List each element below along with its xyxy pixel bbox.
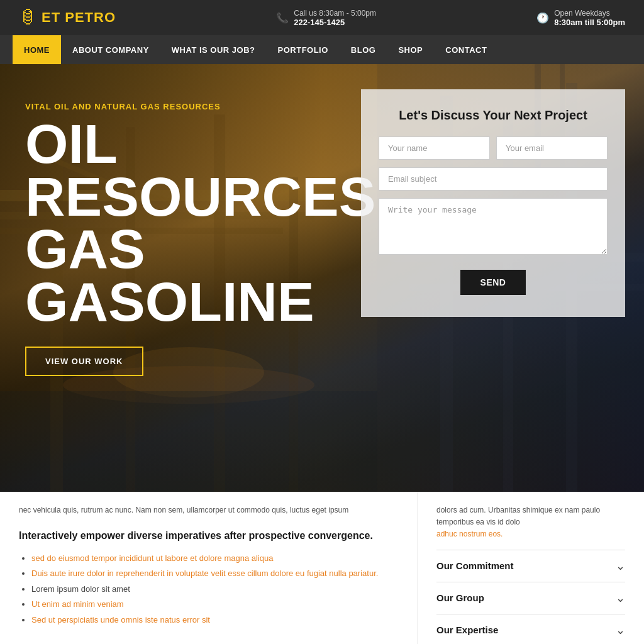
bullet-item-2: Duis aute irure dolor in reprehenderit i… <box>31 567 398 580</box>
accordion-group[interactable]: Our Group ⌄ <box>436 582 625 614</box>
top-bar: 🛢 ET PETRO 📞 Call us 8:30am - 5:00pm 222… <box>0 0 644 35</box>
bullet-list: sed do eiusmod tempor incididunt ut labo… <box>19 552 398 626</box>
partial-text-left: nec vehicula quis, rutrum ac nunc. Nam n… <box>19 504 398 516</box>
lower-section: nec vehicula quis, rutrum ac nunc. Nam n… <box>0 492 644 644</box>
accordion-label-expertise: Our Expertise <box>436 625 498 635</box>
email-input[interactable] <box>496 136 608 160</box>
accordion-label-commitment: Our Commitment <box>436 560 514 571</box>
right-link[interactable]: adhuc nostrum eos. <box>436 530 502 538</box>
hero-section: VITAL OIL AND NATURAL GAS RESOURCES OIL … <box>0 64 644 492</box>
hours-info: 🕐 Open Weekdays 8:30am till 5:00pm <box>536 9 625 27</box>
contact-info: 📞 Call us 8:30am - 5:00pm 222-145-1425 <box>276 9 376 27</box>
accordion-expertise[interactable]: Our Expertise ⌄ <box>436 614 625 644</box>
section-heading: Interactively empower diverse imperative… <box>19 529 398 543</box>
svg-rect-11 <box>0 391 377 492</box>
hours-label: Open Weekdays <box>554 9 625 18</box>
view-work-button[interactable]: VIEW OUR WORK <box>25 347 143 376</box>
bullet-item-4: Ut enim ad minim veniam <box>31 598 398 611</box>
nav-about[interactable]: ABOUT COMPANY <box>61 35 160 64</box>
nav-job[interactable]: WHAT IS OUR JOB? <box>160 35 267 64</box>
bullet-item-3: Lorem ipsum dolor sit amet <box>31 583 398 596</box>
hero-title: OIL RESOURCES GAS GASOLINE <box>25 118 302 328</box>
nav-home[interactable]: HOME <box>13 35 61 64</box>
accordion: Our Commitment ⌄ Our Group ⌄ Our Experti… <box>436 550 625 644</box>
accordion-commitment[interactable]: Our Commitment ⌄ <box>436 550 625 582</box>
lower-left-content: nec vehicula quis, rutrum ac nunc. Nam n… <box>0 492 418 644</box>
contact-form-panel: Let's Discuss Your Next Project Send <box>361 89 625 317</box>
message-input[interactable] <box>379 198 608 255</box>
subject-input[interactable] <box>379 167 608 191</box>
form-title: Let's Discuss Your Next Project <box>379 108 608 123</box>
clock-icon: 🕐 <box>536 12 549 24</box>
hours-value: 8:30am till 5:00pm <box>554 18 625 27</box>
lower-right-content: dolors ad cum. Urbanitas shimique ex nam… <box>418 492 644 644</box>
phone-icon: 📞 <box>276 12 289 24</box>
phone-label: Call us 8:30am - 5:00pm <box>294 9 376 18</box>
accordion-arrow-expertise: ⌄ <box>616 623 625 637</box>
nav-portfolio[interactable]: PORTFOLIO <box>267 35 340 64</box>
accordion-arrow-commitment: ⌄ <box>616 559 625 573</box>
bullet-item-1: sed do eiusmod tempor incididunt ut labo… <box>31 552 398 565</box>
bullet-item-5: Sed ut perspiciatis unde omnis iste natu… <box>31 614 398 626</box>
nav-shop[interactable]: SHOP <box>387 35 434 64</box>
accordion-label-group: Our Group <box>436 592 484 603</box>
nav-blog[interactable]: BLOG <box>340 35 387 64</box>
nav-bar: HOME ABOUT COMPANY WHAT IS OUR JOB? PORT… <box>0 35 644 64</box>
nav-contact[interactable]: CONTACT <box>434 35 498 64</box>
hero-content: VITAL OIL AND NATURAL GAS RESOURCES OIL … <box>0 64 327 376</box>
form-name-email-row <box>379 136 608 160</box>
hero-tagline: VITAL OIL AND NATURAL GAS RESOURCES <box>25 102 302 111</box>
partial-text-right: dolors ad cum. Urbanitas shimique ex nam… <box>436 504 625 541</box>
send-button[interactable]: Send <box>460 270 526 295</box>
logo-icon: 🛢 <box>19 9 36 26</box>
phone-number: 222-145-1425 <box>294 18 376 27</box>
accordion-arrow-group: ⌄ <box>616 591 625 605</box>
logo[interactable]: 🛢 ET PETRO <box>19 9 116 26</box>
logo-text: ET PETRO <box>42 9 116 26</box>
name-input[interactable] <box>379 136 490 160</box>
